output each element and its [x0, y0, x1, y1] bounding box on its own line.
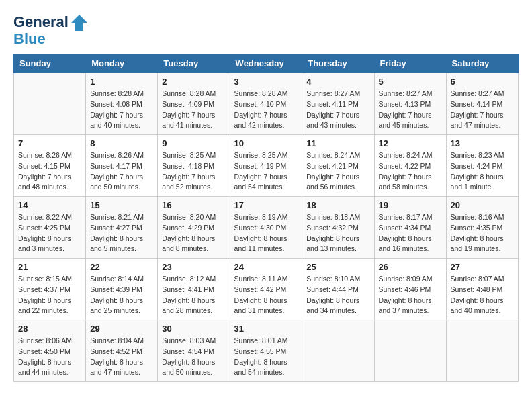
day-number: 14 — [18, 200, 81, 210]
day-info: Sunrise: 8:12 AMSunset: 4:41 PMDaylight:… — [162, 274, 225, 316]
logo-blue: Blue — [13, 31, 90, 47]
calendar-day-header: Saturday — [446, 54, 518, 73]
day-number: 18 — [306, 200, 369, 210]
calendar-cell: 18Sunrise: 8:18 AMSunset: 4:32 PMDayligh… — [302, 197, 374, 259]
calendar-cell: 30Sunrise: 8:03 AMSunset: 4:54 PMDayligh… — [158, 320, 230, 382]
calendar-header-row: SundayMondayTuesdayWednesdayThursdayFrid… — [14, 54, 519, 73]
calendar-week-row: 7Sunrise: 8:26 AMSunset: 4:15 PMDaylight… — [14, 135, 519, 197]
day-info: Sunrise: 8:07 AMSunset: 4:48 PMDaylight:… — [451, 274, 514, 316]
day-number: 21 — [18, 262, 81, 272]
calendar-cell: 1Sunrise: 8:28 AMSunset: 4:08 PMDaylight… — [86, 73, 158, 135]
day-info: Sunrise: 8:28 AMSunset: 4:08 PMDaylight:… — [90, 89, 153, 131]
day-number: 30 — [162, 324, 225, 334]
day-info: Sunrise: 8:09 AMSunset: 4:46 PMDaylight:… — [379, 274, 442, 316]
day-info: Sunrise: 8:20 AMSunset: 4:29 PMDaylight:… — [162, 212, 225, 255]
calendar-cell — [446, 320, 518, 382]
day-number: 17 — [234, 200, 298, 210]
calendar-cell: 19Sunrise: 8:17 AMSunset: 4:34 PMDayligh… — [374, 197, 446, 259]
day-info: Sunrise: 8:17 AMSunset: 4:34 PMDaylight:… — [379, 212, 442, 255]
day-info: Sunrise: 8:15 AMSunset: 4:37 PMDaylight:… — [18, 274, 81, 316]
calendar-week-row: 1Sunrise: 8:28 AMSunset: 4:08 PMDaylight… — [14, 73, 519, 135]
calendar-cell: 12Sunrise: 8:24 AMSunset: 4:22 PMDayligh… — [374, 135, 446, 197]
day-number: 8 — [90, 138, 153, 148]
calendar-cell: 31Sunrise: 8:01 AMSunset: 4:55 PMDayligh… — [230, 320, 302, 382]
day-info: Sunrise: 8:26 AMSunset: 4:17 PMDaylight:… — [90, 150, 153, 193]
calendar-cell — [14, 73, 86, 135]
calendar-cell: 17Sunrise: 8:19 AMSunset: 4:30 PMDayligh… — [230, 197, 302, 259]
day-info: Sunrise: 8:25 AMSunset: 4:19 PMDaylight:… — [234, 150, 298, 193]
calendar-day-header: Tuesday — [158, 54, 230, 73]
day-info: Sunrise: 8:11 AMSunset: 4:42 PMDaylight:… — [234, 274, 298, 316]
day-number: 13 — [451, 138, 514, 148]
day-number: 22 — [90, 262, 153, 272]
day-number: 6 — [451, 77, 514, 87]
calendar-cell: 21Sunrise: 8:15 AMSunset: 4:37 PMDayligh… — [14, 259, 86, 320]
calendar-cell: 16Sunrise: 8:20 AMSunset: 4:29 PMDayligh… — [158, 197, 230, 259]
calendar-week-row: 21Sunrise: 8:15 AMSunset: 4:37 PMDayligh… — [14, 259, 519, 320]
day-info: Sunrise: 8:18 AMSunset: 4:32 PMDaylight:… — [306, 212, 369, 255]
day-info: Sunrise: 8:24 AMSunset: 4:21 PMDaylight:… — [306, 150, 369, 193]
svg-marker-0 — [71, 15, 87, 31]
logo-icon — [70, 13, 89, 32]
day-number: 16 — [162, 200, 225, 210]
calendar-cell: 24Sunrise: 8:11 AMSunset: 4:42 PMDayligh… — [230, 259, 302, 320]
calendar-cell: 25Sunrise: 8:10 AMSunset: 4:44 PMDayligh… — [302, 259, 374, 320]
day-info: Sunrise: 8:16 AMSunset: 4:35 PMDaylight:… — [451, 212, 514, 255]
calendar-cell: 3Sunrise: 8:28 AMSunset: 4:10 PMDaylight… — [230, 73, 302, 135]
day-info: Sunrise: 8:03 AMSunset: 4:54 PMDaylight:… — [162, 336, 225, 378]
day-number: 2 — [162, 77, 225, 87]
day-info: Sunrise: 8:28 AMSunset: 4:10 PMDaylight:… — [234, 89, 298, 131]
day-info: Sunrise: 8:27 AMSunset: 4:13 PMDaylight:… — [379, 89, 442, 131]
calendar-cell: 5Sunrise: 8:27 AMSunset: 4:13 PMDaylight… — [374, 73, 446, 135]
day-info: Sunrise: 8:26 AMSunset: 4:15 PMDaylight:… — [18, 150, 81, 193]
calendar-cell: 26Sunrise: 8:09 AMSunset: 4:46 PMDayligh… — [374, 259, 446, 320]
day-info: Sunrise: 8:27 AMSunset: 4:11 PMDaylight:… — [306, 89, 369, 131]
page-header: General Blue — [13, 13, 519, 47]
day-info: Sunrise: 8:28 AMSunset: 4:09 PMDaylight:… — [162, 89, 225, 131]
day-number: 31 — [234, 324, 298, 334]
day-info: Sunrise: 8:04 AMSunset: 4:52 PMDaylight:… — [90, 336, 153, 378]
calendar-cell: 10Sunrise: 8:25 AMSunset: 4:19 PMDayligh… — [230, 135, 302, 197]
calendar-table: SundayMondayTuesdayWednesdayThursdayFrid… — [13, 54, 519, 382]
day-info: Sunrise: 8:21 AMSunset: 4:27 PMDaylight:… — [90, 212, 153, 255]
day-number: 25 — [306, 262, 369, 272]
calendar-day-header: Thursday — [302, 54, 374, 73]
day-number: 28 — [18, 324, 81, 334]
calendar-day-header: Wednesday — [230, 54, 302, 73]
day-number: 15 — [90, 200, 153, 210]
calendar-cell: 8Sunrise: 8:26 AMSunset: 4:17 PMDaylight… — [86, 135, 158, 197]
day-info: Sunrise: 8:01 AMSunset: 4:55 PMDaylight:… — [234, 336, 298, 378]
day-number: 12 — [379, 138, 442, 148]
calendar-cell: 4Sunrise: 8:27 AMSunset: 4:11 PMDaylight… — [302, 73, 374, 135]
calendar-cell: 7Sunrise: 8:26 AMSunset: 4:15 PMDaylight… — [14, 135, 86, 197]
calendar-cell — [374, 320, 446, 382]
day-number: 24 — [234, 262, 298, 272]
calendar-cell: 20Sunrise: 8:16 AMSunset: 4:35 PMDayligh… — [446, 197, 518, 259]
calendar-cell: 27Sunrise: 8:07 AMSunset: 4:48 PMDayligh… — [446, 259, 518, 320]
calendar-cell: 2Sunrise: 8:28 AMSunset: 4:09 PMDaylight… — [158, 73, 230, 135]
day-number: 9 — [162, 138, 225, 148]
day-number: 5 — [379, 77, 442, 87]
calendar-cell: 15Sunrise: 8:21 AMSunset: 4:27 PMDayligh… — [86, 197, 158, 259]
calendar-cell: 29Sunrise: 8:04 AMSunset: 4:52 PMDayligh… — [86, 320, 158, 382]
day-number: 20 — [451, 200, 514, 210]
day-number: 1 — [90, 77, 153, 87]
calendar-day-header: Monday — [86, 54, 158, 73]
calendar-cell: 6Sunrise: 8:27 AMSunset: 4:14 PMDaylight… — [446, 73, 518, 135]
calendar-cell: 11Sunrise: 8:24 AMSunset: 4:21 PMDayligh… — [302, 135, 374, 197]
day-number: 29 — [90, 324, 153, 334]
calendar-cell: 9Sunrise: 8:25 AMSunset: 4:18 PMDaylight… — [158, 135, 230, 197]
day-info: Sunrise: 8:27 AMSunset: 4:14 PMDaylight:… — [451, 89, 514, 131]
calendar-cell: 23Sunrise: 8:12 AMSunset: 4:41 PMDayligh… — [158, 259, 230, 320]
calendar-day-header: Friday — [374, 54, 446, 73]
day-number: 26 — [379, 262, 442, 272]
calendar-cell: 14Sunrise: 8:22 AMSunset: 4:25 PMDayligh… — [14, 197, 86, 259]
calendar-week-row: 28Sunrise: 8:06 AMSunset: 4:50 PMDayligh… — [14, 320, 519, 382]
day-info: Sunrise: 8:06 AMSunset: 4:50 PMDaylight:… — [18, 336, 81, 378]
day-info: Sunrise: 8:24 AMSunset: 4:22 PMDaylight:… — [379, 150, 442, 193]
day-number: 27 — [451, 262, 514, 272]
day-number: 4 — [306, 77, 369, 87]
day-number: 23 — [162, 262, 225, 272]
logo-text: General — [13, 13, 90, 32]
calendar-cell — [302, 320, 374, 382]
